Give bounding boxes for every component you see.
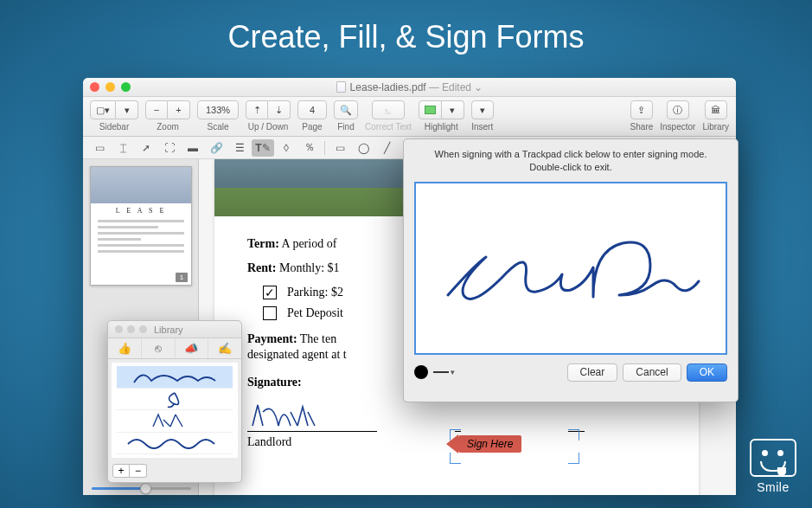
- zoom-window-button[interactable]: [121, 82, 131, 92]
- thumb-page-number: 1: [176, 273, 188, 282]
- page-thumbnail[interactable]: L E A S E 1: [90, 166, 192, 286]
- signature-canvas[interactable]: [414, 182, 727, 355]
- inspector-label: Inspector: [660, 122, 695, 132]
- shape-rect-tool[interactable]: ▭: [329, 139, 351, 157]
- library-remove-button[interactable]: −: [130, 464, 147, 478]
- lib-tab-stamps[interactable]: 👍: [108, 338, 142, 358]
- stamp-tool[interactable]: ％: [298, 139, 321, 157]
- signature-label: Signature:: [247, 376, 302, 389]
- inspector-button[interactable]: ⓘ: [667, 100, 689, 119]
- page-up-button[interactable]: ⇡: [246, 100, 268, 119]
- shape-line-tool[interactable]: ╱: [375, 139, 398, 157]
- zoom-label: Zoom: [157, 122, 179, 132]
- page-down-button[interactable]: ⇣: [268, 100, 291, 119]
- insert-label: Insert: [471, 122, 493, 132]
- zoom-in-button[interactable]: +: [168, 100, 190, 119]
- page-label: Page: [302, 122, 322, 132]
- signature-dialog: When signing with a Trackpad click below…: [403, 138, 738, 402]
- highlight-label: Highlight: [425, 122, 458, 132]
- rent-label: Rent:: [247, 261, 276, 274]
- lib-dot: [127, 325, 135, 333]
- landlord-signature: [247, 400, 377, 429]
- arrow-tool[interactable]: ➚: [135, 139, 157, 157]
- zoom-value[interactable]: 133%: [197, 100, 239, 119]
- link-tool[interactable]: 🔗: [205, 139, 227, 157]
- find-label: Find: [337, 122, 354, 132]
- signing-instruction-1: When signing with a Trackpad click below…: [414, 148, 727, 161]
- select-tool[interactable]: ▭: [88, 139, 111, 157]
- cancel-button[interactable]: Cancel: [623, 363, 681, 382]
- highlight-button[interactable]: [419, 100, 442, 119]
- payment-label: Payment:: [247, 332, 297, 345]
- library-add-button[interactable]: +: [112, 464, 130, 478]
- library-button[interactable]: 🏛: [705, 100, 727, 119]
- crop-tool[interactable]: ⛶: [158, 139, 181, 157]
- text-tool[interactable]: T✎: [252, 139, 274, 157]
- library-title: Library: [154, 325, 183, 335]
- window-title: Lease-ladies.pdf: [350, 81, 426, 93]
- minimize-window-button[interactable]: [105, 82, 115, 92]
- thumbnail-size-slider[interactable]: [92, 487, 191, 490]
- parking-checkbox[interactable]: ✓: [263, 286, 277, 299]
- share-label: Share: [630, 122, 654, 132]
- library-panel: Library 👍 ⎋ 📣 ✍ + −: [107, 320, 242, 483]
- rent-text: Monthly: $1: [276, 261, 339, 274]
- titlebar: Lease-ladies.pdf — Edited ⌄: [83, 78, 736, 97]
- library-item[interactable]: [117, 389, 233, 411]
- parking-text: Parking: $2: [287, 286, 343, 299]
- correct-label: Correct Text: [365, 122, 412, 132]
- library-label: Library: [702, 122, 729, 132]
- lib-dot: [115, 325, 123, 333]
- ok-button[interactable]: OK: [687, 363, 727, 382]
- signing-instruction-2: Double-click to exit.: [414, 161, 727, 174]
- term-label: Term:: [247, 237, 279, 250]
- lib-dot: [139, 325, 147, 333]
- library-item[interactable]: [117, 410, 233, 433]
- zoom-out-button[interactable]: −: [145, 100, 168, 119]
- scale-label: Scale: [207, 122, 228, 132]
- marketing-headline: Create, Fill, & Sign Forms: [0, 19, 812, 55]
- thumb-lease-title: L E A S E: [91, 207, 191, 215]
- lib-tab-people[interactable]: ⎋: [142, 338, 176, 358]
- correct-text-button[interactable]: ⎁: [372, 100, 405, 119]
- eraser-tool[interactable]: ◊: [275, 139, 297, 157]
- updown-label: Up / Down: [248, 122, 289, 132]
- share-button[interactable]: ⇪: [630, 100, 653, 119]
- highlight-menu[interactable]: ▾: [442, 100, 464, 119]
- close-window-button[interactable]: [90, 82, 99, 92]
- petdeposit-checkbox[interactable]: [263, 306, 277, 320]
- clear-button[interactable]: Clear: [567, 363, 618, 382]
- redact-tool[interactable]: ▬: [182, 139, 204, 157]
- library-item[interactable]: [117, 433, 233, 455]
- lib-tab-announce[interactable]: 📣: [176, 338, 209, 358]
- term-text: A period of: [279, 237, 337, 250]
- edited-indicator[interactable]: — Edited ⌄: [429, 81, 483, 93]
- text-select-tool[interactable]: ⌶: [112, 139, 134, 157]
- sidebar-label: Sidebar: [99, 122, 129, 132]
- lib-tab-signature[interactable]: ✍: [208, 338, 241, 358]
- petdeposit-text: Pet Deposit: [287, 306, 343, 320]
- insert-button[interactable]: ▾: [471, 100, 494, 119]
- document-icon: [336, 81, 346, 93]
- signature-color-picker[interactable]: [414, 365, 428, 379]
- main-toolbar: ▢▾ ▾ Sidebar − + Zoom 133% Scale ⇡ ⇣ Up …: [83, 97, 736, 137]
- find-button[interactable]: 🔍: [334, 100, 358, 119]
- brand-name: Smile: [750, 480, 796, 494]
- sidebar-toggle[interactable]: ▢▾: [90, 100, 116, 119]
- page-number-field[interactable]: 4: [297, 100, 327, 119]
- signature-stroke-picker[interactable]: ▾: [433, 368, 459, 376]
- shape-ellipse-tool[interactable]: ◯: [352, 139, 374, 157]
- sidebar-menu[interactable]: ▾: [116, 100, 138, 119]
- landlord-label: Landlord: [247, 435, 377, 449]
- library-list: [112, 363, 238, 458]
- brand-logo: Smile: [750, 439, 796, 494]
- sign-here-label: Sign Here: [458, 435, 521, 453]
- sign-here-tag: Sign Here: [446, 434, 521, 453]
- payment-text: The ten: [297, 332, 337, 345]
- library-item[interactable]: [117, 366, 233, 389]
- form-tool[interactable]: ☰: [228, 139, 251, 157]
